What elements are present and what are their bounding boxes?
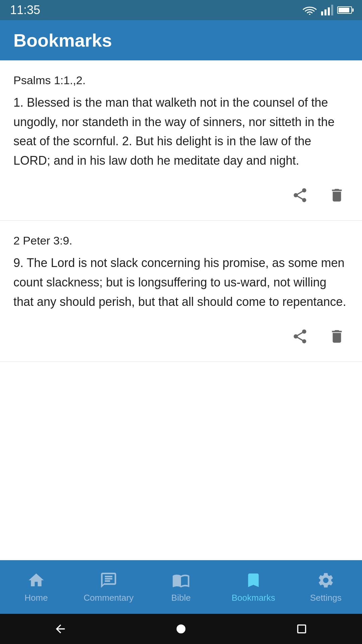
- svg-rect-1: [324, 9, 326, 15]
- svg-rect-3: [331, 5, 333, 15]
- commentary-icon: [100, 571, 118, 589]
- wifi-icon: [302, 5, 317, 15]
- share-button[interactable]: [288, 325, 312, 348]
- bookmark-item: Psalms 1:1.,2. 1. Blessed is the man tha…: [0, 60, 362, 221]
- svg-rect-2: [328, 7, 330, 15]
- share-icon: [292, 328, 308, 345]
- battery-icon: [337, 6, 352, 14]
- svg-rect-0: [321, 11, 323, 15]
- nav-bookmarks-label: Bookmarks: [232, 593, 275, 603]
- status-icons: [302, 5, 352, 15]
- delete-icon: [328, 187, 345, 204]
- bookmark-text: 9. The Lord is not slack concerning his …: [13, 253, 349, 311]
- bookmark-actions: [13, 325, 349, 352]
- home-icon: [27, 571, 45, 589]
- svg-point-4: [177, 625, 186, 634]
- bookmarks-icon: [244, 571, 262, 589]
- status-bar: 11:35: [0, 0, 362, 20]
- nav-commentary-label: Commentary: [84, 593, 134, 603]
- bookmark-item: 2 Peter 3:9. 9. The Lord is not slack co…: [0, 221, 362, 362]
- app-bar: Bookmarks: [0, 20, 362, 60]
- nav-home[interactable]: Home: [0, 560, 72, 614]
- page-title: Bookmarks: [13, 30, 112, 51]
- share-icon: [292, 187, 308, 204]
- settings-icon: [317, 571, 335, 589]
- bookmark-text: 1. Blessed is the man that walketh not i…: [13, 93, 349, 170]
- share-button[interactable]: [288, 183, 312, 207]
- nav-bible[interactable]: Bible: [145, 560, 217, 614]
- nav-commentary[interactable]: Commentary: [72, 560, 145, 614]
- nav-bible-label: Bible: [171, 593, 191, 603]
- back-button[interactable]: [50, 619, 70, 639]
- bookmark-reference: Psalms 1:1.,2.: [13, 74, 349, 87]
- nav-home-label: Home: [24, 593, 48, 603]
- recents-button[interactable]: [292, 619, 312, 639]
- bookmark-reference: 2 Peter 3:9.: [13, 234, 349, 247]
- delete-button[interactable]: [325, 325, 349, 348]
- android-nav-bar: [0, 614, 362, 644]
- signal-icon: [321, 5, 333, 15]
- bookmark-actions: [13, 183, 349, 210]
- bible-icon: [172, 571, 190, 589]
- bookmarks-list: Psalms 1:1.,2. 1. Blessed is the man tha…: [0, 60, 362, 560]
- delete-button[interactable]: [325, 183, 349, 207]
- delete-icon: [328, 328, 345, 345]
- status-time: 11:35: [10, 3, 40, 17]
- svg-rect-5: [298, 625, 305, 633]
- home-button[interactable]: [171, 619, 191, 639]
- nav-bookmarks[interactable]: Bookmarks: [217, 560, 290, 614]
- bottom-nav: Home Commentary Bible Bookmarks Settings: [0, 560, 362, 614]
- nav-settings[interactable]: Settings: [290, 560, 362, 614]
- nav-settings-label: Settings: [310, 593, 342, 603]
